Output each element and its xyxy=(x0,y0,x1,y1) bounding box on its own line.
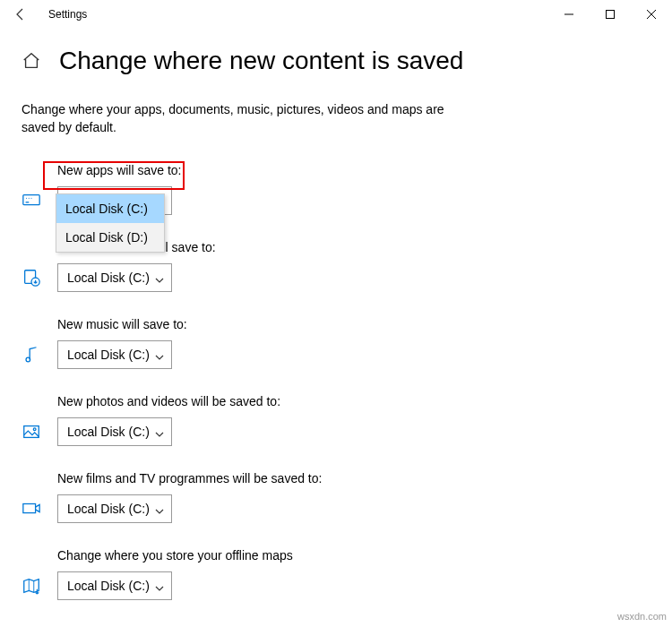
apps-location-dropdown: Local Disk (C:) Local Disk (D:) xyxy=(56,193,165,253)
films-location-select[interactable]: Local Disk (C:) xyxy=(57,494,172,523)
photos-icon xyxy=(22,422,57,442)
titlebar: Settings xyxy=(0,0,672,29)
music-icon xyxy=(22,345,57,365)
photos-location-select[interactable]: Local Disk (C:) xyxy=(57,417,172,446)
documents-location-select[interactable]: Local Disk (C:) xyxy=(57,263,172,292)
section-label: New films and TV programmes will be save… xyxy=(57,471,650,485)
section-maps: Change where you store your offline maps… xyxy=(22,548,650,600)
maximize-button[interactable] xyxy=(590,0,631,29)
chevron-down-icon xyxy=(155,504,164,513)
back-button[interactable] xyxy=(7,1,34,28)
select-value: Local Disk (C:) xyxy=(67,502,150,516)
svg-point-14 xyxy=(33,428,36,431)
section-photos: New photos and videos will be saved to: … xyxy=(22,394,650,446)
documents-icon xyxy=(22,268,57,288)
svg-rect-1 xyxy=(607,11,615,19)
svg-point-8 xyxy=(29,198,30,199)
svg-point-9 xyxy=(30,198,31,199)
section-music: New music will save to: Local Disk (C:) xyxy=(22,317,650,369)
window-title: Settings xyxy=(48,8,87,21)
close-button[interactable] xyxy=(631,0,672,29)
svg-rect-4 xyxy=(23,195,39,205)
chevron-down-icon xyxy=(155,273,164,282)
svg-rect-15 xyxy=(23,504,36,513)
select-value: Local Disk (C:) xyxy=(67,425,150,439)
svg-rect-13 xyxy=(24,426,39,438)
select-value: Local Disk (C:) xyxy=(67,271,150,285)
apps-icon xyxy=(22,191,57,210)
section-films: New films and TV programmes will be save… xyxy=(22,471,650,523)
chevron-down-icon xyxy=(155,581,164,590)
dropdown-option[interactable]: Local Disk (C:) xyxy=(56,194,164,223)
music-location-select[interactable]: Local Disk (C:) xyxy=(57,340,172,369)
page-title: Change where new content is saved xyxy=(59,47,463,75)
window-controls xyxy=(548,0,672,29)
content-area: Change where new content is saved Change… xyxy=(0,29,672,600)
select-value: Local Disk (C:) xyxy=(67,348,150,362)
maps-location-select[interactable]: Local Disk (C:) xyxy=(57,571,172,600)
section-label: Change where you store your offline maps xyxy=(57,548,650,563)
watermark: wsxdn.com xyxy=(617,611,667,622)
minimize-button[interactable] xyxy=(548,0,590,29)
select-value: Local Disk (C:) xyxy=(67,579,150,593)
section-label: New music will save to: xyxy=(57,317,650,331)
chevron-down-icon xyxy=(155,427,164,436)
section-label: New photos and videos will be saved to: xyxy=(57,394,650,408)
home-icon[interactable] xyxy=(22,51,41,71)
maps-icon xyxy=(22,576,57,596)
section-label: New apps will save to: xyxy=(57,163,650,177)
dropdown-option[interactable]: Local Disk (D:) xyxy=(56,223,164,252)
films-icon xyxy=(22,499,57,519)
page-description: Change where your apps, documents, music… xyxy=(22,100,470,136)
chevron-down-icon xyxy=(155,350,164,359)
svg-point-7 xyxy=(26,198,27,199)
